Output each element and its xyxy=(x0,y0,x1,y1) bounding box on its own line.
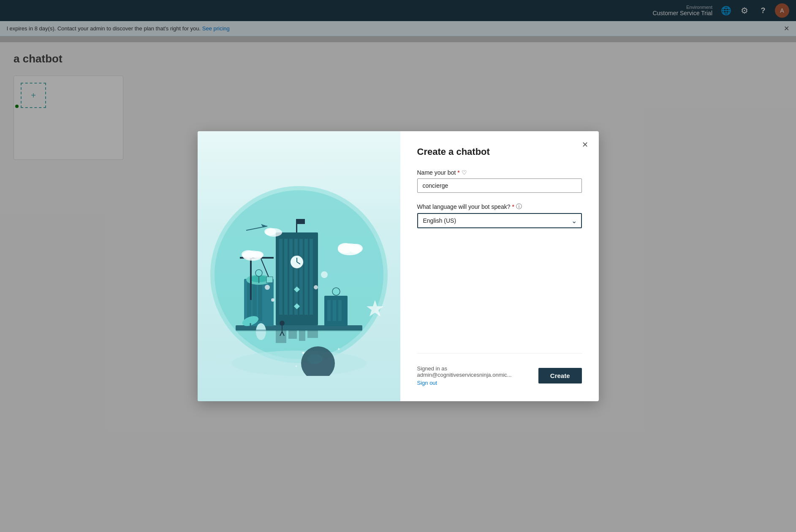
svg-rect-67 xyxy=(288,330,297,339)
svg-rect-21 xyxy=(253,283,257,321)
svg-point-31 xyxy=(332,288,340,295)
signed-in-text: Signed in as admin@cognitiveservicesninj… xyxy=(417,365,538,378)
svg-text:·: · xyxy=(345,361,346,364)
svg-point-2 xyxy=(231,351,367,376)
svg-rect-29 xyxy=(333,300,336,321)
language-select[interactable]: English (US) English (UK) French German … xyxy=(417,213,582,228)
svg-point-45 xyxy=(264,228,276,235)
svg-rect-8 xyxy=(294,239,298,315)
sign-out-link[interactable]: Sign out xyxy=(417,380,538,386)
svg-point-56 xyxy=(314,285,318,289)
svg-rect-22 xyxy=(258,283,262,321)
create-button[interactable]: Create xyxy=(538,368,582,383)
svg-rect-10 xyxy=(304,239,308,315)
svg-rect-66 xyxy=(276,330,286,343)
required-star: * xyxy=(457,169,459,176)
bot-name-label: Name your bot* ♡ xyxy=(417,169,582,176)
svg-rect-69 xyxy=(307,330,318,338)
svg-point-51 xyxy=(280,321,285,326)
svg-point-43 xyxy=(252,251,264,259)
modal-illustration-panel: ✦ ✦ ✦ · xyxy=(198,131,400,401)
language-select-wrapper: English (US) English (UK) French German … xyxy=(417,213,582,228)
svg-rect-15 xyxy=(296,219,297,232)
svg-point-50 xyxy=(256,323,266,340)
create-chatbot-modal: ✦ ✦ ✦ · ✕ Create a chatbot xyxy=(198,131,599,401)
svg-point-58 xyxy=(271,298,274,302)
svg-text:✦: ✦ xyxy=(295,365,298,368)
svg-rect-30 xyxy=(338,300,342,321)
modal-form-panel: ✕ Create a chatbot Name your bot* ♡ What… xyxy=(400,131,599,401)
svg-rect-32 xyxy=(250,258,252,300)
svg-rect-16 xyxy=(297,219,305,224)
language-label: What language will your bot speak?* ⓘ xyxy=(417,203,582,211)
chatbot-illustration: ✦ ✦ ✦ · xyxy=(210,157,388,376)
svg-text:✦: ✦ xyxy=(337,347,340,351)
svg-point-55 xyxy=(265,285,270,290)
svg-rect-5 xyxy=(279,239,283,315)
svg-point-25 xyxy=(255,270,262,276)
svg-rect-35 xyxy=(266,277,273,283)
svg-rect-11 xyxy=(310,239,313,315)
modal-title: Create a chatbot xyxy=(417,146,582,157)
modal-overlay: ✦ ✦ ✦ · ✕ Create a chatbot xyxy=(0,0,796,532)
heart-icon: ♡ xyxy=(462,169,467,176)
svg-rect-7 xyxy=(289,239,293,315)
svg-rect-68 xyxy=(299,330,305,341)
svg-rect-28 xyxy=(327,300,331,321)
svg-point-40 xyxy=(349,244,363,253)
svg-point-60 xyxy=(307,354,323,364)
bot-name-label-text: Name your bot xyxy=(417,169,456,176)
svg-point-57 xyxy=(321,271,328,278)
signed-in-group: Signed in as admin@cognitiveservicesninj… xyxy=(417,365,538,386)
svg-rect-9 xyxy=(299,239,303,315)
svg-text:✦: ✦ xyxy=(301,350,305,356)
svg-rect-6 xyxy=(284,239,288,315)
bot-name-input[interactable] xyxy=(417,178,582,193)
modal-close-button[interactable]: ✕ xyxy=(579,138,592,151)
footer-actions: Signed in as admin@cognitiveservicesninj… xyxy=(417,365,582,386)
required-star-2: * xyxy=(512,203,514,210)
language-label-text: What language will your bot speak? xyxy=(417,203,511,210)
info-icon: ⓘ xyxy=(516,203,522,211)
modal-footer: Signed in as admin@cognitiveservicesninj… xyxy=(417,353,582,386)
